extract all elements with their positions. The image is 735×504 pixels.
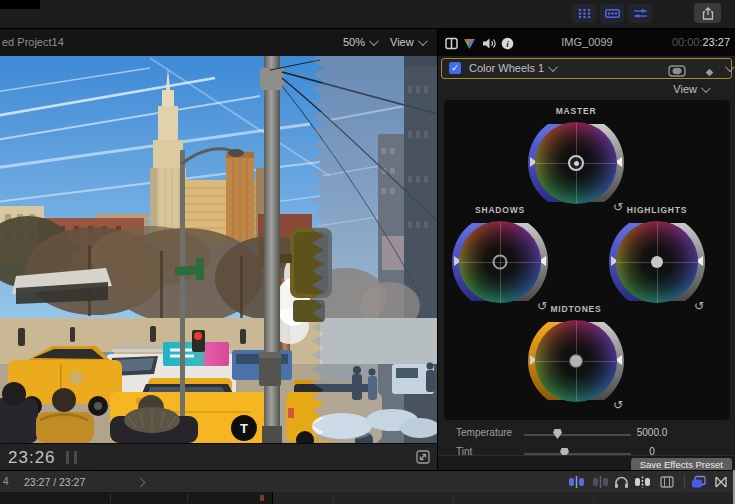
wheels-view-row: View [438,82,730,98]
master-color-wheel[interactable]: ↺ [528,115,624,211]
inspector-sliders-icon [634,8,647,19]
pause-bar-icon [74,451,77,464]
chevron-down-icon [701,83,711,93]
skimmer-crossfade-icon[interactable] [714,475,728,493]
inspector-toggle-button[interactable] [628,4,652,23]
shadows-color-wheel[interactable]: ↺ [452,214,548,310]
fcp-window: ed Project14 50% View i IMG_0099 00:00:2… [0,0,735,504]
clip-timecode: 00:00:23:27 [672,36,730,48]
project-name: ed Project14 [2,36,64,48]
wheels-view-menu[interactable]: View [673,83,708,95]
share-icon [702,7,714,20]
effect-name-dropdown[interactable]: Color Wheels 1 [469,62,555,74]
headphones-icon[interactable] [614,475,629,493]
inspector-panel: ✓ Color Wheels 1 View MASTER [437,56,735,470]
chevron-down-icon [369,36,379,46]
timeline-strip[interactable] [0,492,735,504]
timeline-position: 23:27 / 23:27 [24,476,85,488]
pause-bar-icon [66,451,69,464]
wheel-puck[interactable] [493,255,508,270]
timeline-strip-right[interactable] [272,492,735,504]
toolbar-divider [684,475,685,489]
temperature-row: Temperature 5000.0 [438,425,730,441]
filmstrip-icon [605,8,620,19]
viewer-image: T [0,56,437,443]
chevron-down-icon [548,62,558,72]
chevron-right-icon[interactable] [136,478,146,488]
fullscreen-icon[interactable] [416,450,430,468]
timeline-toggle-button[interactable] [600,4,624,23]
browser-toggle-button[interactable] [572,4,596,23]
mask-icon[interactable] [668,63,686,81]
color-wheels-group: MASTER ↺ SHADOWS ↺ [444,100,730,420]
window-edge [0,0,40,9]
viewer-footer-bar: 23:26 [0,443,437,471]
effect-enable-checkbox[interactable]: ✓ [449,62,461,74]
top-toolbar [0,0,735,29]
audio-skimming-icon[interactable] [592,475,609,493]
filmstrip-icon[interactable] [660,475,674,493]
viewer-timecode: 23:26 [8,448,56,468]
temperature-label: Temperature [456,427,512,438]
connect-overlay-icon[interactable] [691,475,707,493]
track-number: 4 [3,476,9,487]
highlights-color-wheel[interactable]: ↺ [609,214,705,310]
viewer-zoom-menu[interactable]: 50% [343,36,376,48]
midtones-color-wheel[interactable]: ↺ [528,313,624,409]
chevron-down-icon[interactable] [725,62,735,72]
grid-icon [578,8,591,19]
temperature-value[interactable]: 5000.0 [630,427,674,438]
share-button[interactable] [694,3,721,23]
temperature-slider-track[interactable] [524,434,631,436]
timeline-toolbar: 4 23:27 / 23:27 [0,470,735,493]
reset-icon[interactable]: ↺ [613,398,623,412]
keyframe-diamond-icon[interactable] [704,64,715,82]
viewer-view-menu[interactable]: View [390,36,425,48]
save-preset-band: Save Effects Preset [438,455,735,471]
clip-marker [260,495,264,501]
chevron-down-icon [418,36,428,46]
inspector-header: i IMG_0099 00:00:23:27 [437,29,735,57]
temperature-slider-thumb[interactable] [553,429,562,439]
viewer-canvas[interactable]: T [0,56,437,443]
wheel-puck[interactable] [568,155,584,171]
snapping-icon[interactable] [634,475,651,493]
wheel-puck[interactable] [570,355,582,367]
reset-icon[interactable]: ↺ [694,299,704,313]
viewer-title-bar: ed Project14 50% View [0,29,437,57]
effect-row-color-wheels[interactable]: ✓ Color Wheels 1 [441,58,732,79]
wheel-puck[interactable] [651,256,663,268]
trim-tool-icon[interactable] [568,475,585,493]
